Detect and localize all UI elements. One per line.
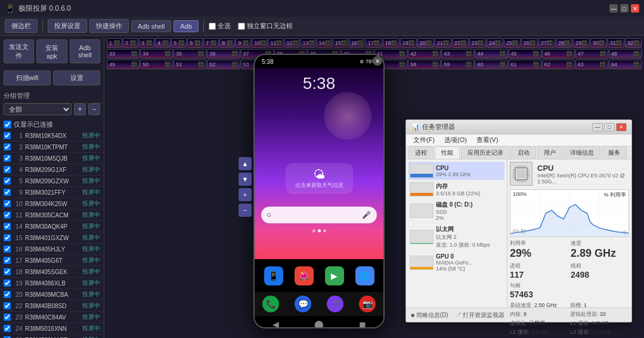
scroll-down-button[interactable]: ▼ — [239, 173, 252, 186]
cell-expand-icon[interactable]: ⛶ — [547, 40, 553, 46]
grid-cell[interactable]: 1 ⛶ — [107, 38, 122, 48]
device-item[interactable]: 2 R38M10KTPMT 投屏中 — [0, 142, 104, 153]
grid-cell[interactable]: 17 ⛶ — [366, 38, 382, 48]
cell-expand-icon[interactable]: ⛶ — [198, 51, 204, 57]
grid-cell[interactable]: 10 ⛶ — [252, 38, 267, 48]
device-item[interactable]: 23 R38M40C84AV 投屏中 — [0, 312, 104, 323]
add-category-button[interactable]: + — [74, 103, 86, 115]
install-apk-button[interactable]: 安装apk — [36, 39, 67, 63]
cell-expand-icon[interactable]: ⛶ — [600, 62, 606, 67]
grid-cell[interactable]: 8 ⛶ — [219, 38, 235, 48]
device-checkbox[interactable] — [4, 325, 11, 332]
grid-cell[interactable]: 45 ⛶ — [509, 49, 541, 59]
device-checkbox[interactable] — [4, 302, 11, 309]
grid-cell[interactable]: 60 ⛶ — [475, 60, 507, 69]
grid-cell[interactable]: 59 ⛶ — [441, 60, 474, 69]
device-checkbox[interactable] — [4, 143, 11, 150]
device-checkbox[interactable] — [4, 166, 11, 173]
cell-expand-icon[interactable]: ⛶ — [391, 40, 397, 46]
grid-cell[interactable]: 19 ⛶ — [400, 38, 417, 48]
grid-cell[interactable]: 34 ⛶ — [140, 49, 173, 59]
cell-expand-icon[interactable]: ⛶ — [325, 40, 331, 46]
device-item[interactable]: 19 R38M4086XLB 投屏中 — [0, 278, 104, 289]
minimize-button[interactable]: — — [609, 4, 618, 13]
grid-cell[interactable]: 18 ⛶ — [383, 38, 400, 48]
grid-cell[interactable]: 49 ⛶ — [107, 60, 140, 69]
device-item[interactable]: 1 R38M10K54DX 投屏中 — [0, 130, 104, 142]
cell-expand-icon[interactable]: ⛶ — [500, 51, 506, 57]
device-checkbox[interactable] — [4, 132, 11, 139]
device-checkbox[interactable] — [4, 257, 11, 264]
device-checkbox[interactable] — [4, 223, 11, 230]
net-resource-item[interactable]: 以太网 以太网 2发送: 1.0 接收: 0 Mbps — [408, 223, 504, 251]
grid-cell[interactable]: 16 ⛶ — [349, 38, 364, 48]
all-select-input[interactable] — [209, 23, 216, 30]
cell-expand-icon[interactable]: ⛶ — [408, 40, 414, 46]
grid-cell[interactable]: 9 ⛶ — [236, 38, 251, 48]
grid-cell[interactable]: 22 ⛶ — [452, 38, 469, 48]
grid-cell[interactable]: 24 ⛶ — [487, 38, 503, 48]
grid-cell[interactable]: 21 ⛶ — [435, 38, 451, 48]
show-connected-checkbox[interactable] — [4, 121, 11, 128]
independent-window-input[interactable] — [238, 23, 245, 30]
cell-expand-icon[interactable]: ⛶ — [633, 40, 639, 46]
grid-cell[interactable]: 3 ⛶ — [139, 38, 154, 48]
home-button[interactable]: ⬤ — [314, 319, 324, 328]
grid-cell[interactable]: 36 ⛶ — [207, 49, 240, 59]
device-checkbox[interactable] — [4, 291, 11, 298]
grid-cell[interactable]: 58 ⛶ — [408, 60, 441, 69]
adb-shell-button[interactable]: Adb shell — [131, 20, 171, 32]
cell-expand-icon[interactable]: ⛶ — [432, 62, 438, 67]
device-item[interactable]: 24 R38M5016XNN 投屏中 — [0, 323, 104, 334]
cell-expand-icon[interactable]: ⛶ — [399, 51, 405, 57]
tm-menu-file[interactable]: 文件(F) — [408, 134, 439, 146]
cell-expand-icon[interactable]: ⛶ — [165, 62, 171, 67]
tm-menu-view[interactable]: 查看(V) — [472, 134, 503, 146]
grid-cell[interactable]: 12 ⛶ — [284, 38, 300, 48]
grid-cell[interactable]: 33 ⛶ — [107, 49, 140, 59]
tm-max-button[interactable]: □ — [604, 123, 615, 131]
close-button[interactable]: ✕ — [631, 4, 639, 13]
tab-startup[interactable]: 启动 — [511, 146, 536, 159]
tm-close-button[interactable]: ✕ — [616, 123, 627, 131]
tm-open-monitor[interactable]: ↗ 打开资源监视器 — [456, 311, 505, 319]
cell-expand-icon[interactable]: ⛶ — [633, 62, 639, 67]
cell-expand-icon[interactable]: ⛶ — [616, 40, 622, 46]
cell-expand-icon[interactable]: ⛶ — [276, 40, 282, 46]
cell-expand-icon[interactable]: ⛶ — [599, 40, 605, 46]
device-item[interactable]: 4 R38M209G1XF 投屏中 — [0, 164, 104, 176]
mem-resource-item[interactable]: 内存 3.5/15.9 GB (22%) — [408, 180, 504, 199]
tab-services[interactable]: 服务 — [602, 146, 627, 159]
cell-expand-icon[interactable]: ⛶ — [227, 40, 233, 46]
grid-cell[interactable]: 26 ⛶ — [521, 38, 538, 48]
phone-search-bar[interactable]: G 🎤 — [261, 207, 377, 223]
grid-cell[interactable]: 44 ⛶ — [475, 49, 507, 59]
grid-cell[interactable]: 31 ⛶ — [608, 38, 624, 48]
grid-cell[interactable]: 47 ⛶ — [575, 49, 608, 59]
cell-expand-icon[interactable]: ⛶ — [600, 51, 606, 57]
dock-music-app[interactable]: 🎵 — [327, 296, 343, 312]
cell-expand-icon[interactable]: ⛶ — [114, 40, 120, 46]
device-item[interactable]: 20 R38M409MCBA 投屏中 — [0, 289, 104, 300]
grid-cell[interactable]: 5 ⛶ — [171, 38, 187, 48]
device-checkbox[interactable] — [4, 245, 11, 253]
dock-camera-app[interactable]: 📷 — [359, 296, 376, 312]
device-checkbox[interactable] — [4, 268, 11, 275]
cell-expand-icon[interactable]: ⛶ — [443, 40, 449, 46]
cell-expand-icon[interactable]: ⛶ — [432, 51, 438, 57]
adb-button[interactable]: Adb — [174, 20, 199, 32]
grid-cell[interactable]: 46 ⛶ — [542, 49, 575, 59]
cell-expand-icon[interactable]: ⛶ — [533, 51, 539, 57]
send-file-button[interactable]: 发送文件 — [4, 39, 34, 63]
dock-phone-app[interactable]: 📞 — [262, 296, 279, 312]
grid-cell[interactable]: 6 ⛶ — [187, 38, 203, 48]
cell-expand-icon[interactable]: ⛶ — [426, 40, 432, 46]
device-item[interactable]: 18 R38M405SGEK 投屏中 — [0, 266, 104, 278]
grid-cell[interactable]: 48 ⛶ — [609, 49, 642, 59]
disk-resource-item[interactable]: 磁盘 0 (C: D:) SSD2% — [408, 199, 504, 223]
scan-wifi-button[interactable]: 扫描wifi — [4, 70, 51, 85]
cell-expand-icon[interactable]: ⛶ — [581, 40, 587, 46]
device-item[interactable]: 26 R38M502MAPT 投屏中 — [0, 334, 104, 338]
tm-min-button[interactable]: — — [592, 123, 603, 131]
grid-cell[interactable]: 29 ⛶ — [573, 38, 590, 48]
